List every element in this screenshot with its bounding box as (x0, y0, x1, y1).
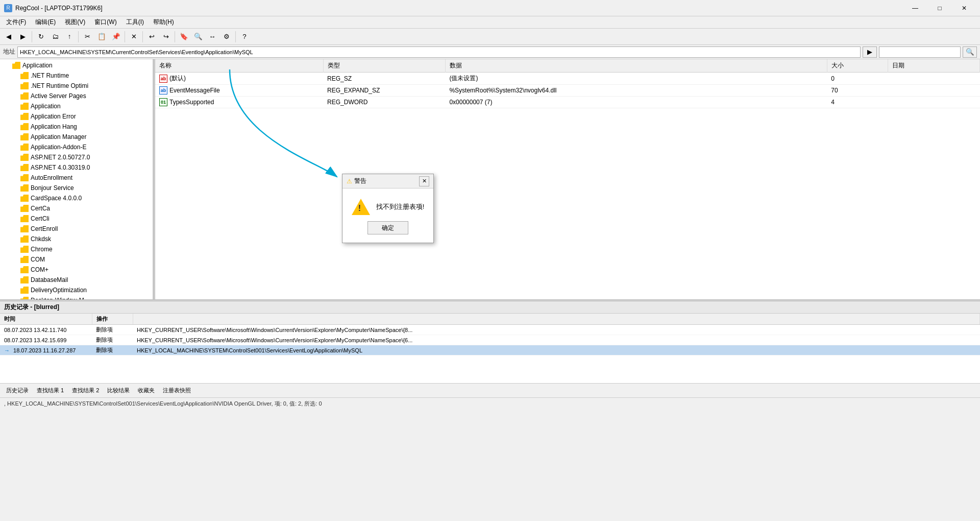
tree-item-6[interactable]: Application Manager (0, 132, 153, 142)
address-go-button[interactable]: ▶ (863, 46, 877, 58)
tab-favorites[interactable]: 收藏夹 (136, 386, 157, 395)
tree-item-11[interactable]: Bonjour Service (0, 183, 153, 193)
folder-icon (20, 82, 29, 89)
reg-type-0: REG_SZ (323, 73, 445, 85)
tree-label-13: CertCa (31, 205, 50, 212)
reg-data-2: 0x00000007 (7) (445, 97, 827, 108)
tree-item-17[interactable]: Chrome (0, 244, 153, 254)
tree-label-15: CertEnroll (31, 225, 58, 232)
history-row-1[interactable]: 08.07.2023 13.42.15.699 删除项 HKEY_CURRENT… (0, 335, 980, 345)
tree-item-15[interactable]: CertEnroll (0, 224, 153, 234)
menu-window[interactable]: 窗口(W) (90, 17, 120, 28)
new-key-button[interactable]: 🗂 (48, 30, 62, 43)
content-panel: 名称 类型 数据 大小 日期 ab (155, 59, 980, 299)
menu-edit[interactable]: 编辑(E) (31, 17, 60, 28)
col-data[interactable]: 数据 (445, 59, 827, 73)
tree-item-2[interactable]: Active Server Pages (0, 91, 153, 101)
undo-button[interactable]: ↩ (145, 30, 158, 43)
back-button[interactable]: ◀ (2, 30, 15, 43)
refresh-button[interactable]: ↻ (34, 30, 47, 43)
history-time-1: 08.07.2023 13.42.15.699 (0, 335, 92, 345)
tree-item-7[interactable]: Application-Addon-E (0, 142, 153, 152)
folder-icon (20, 287, 29, 294)
tree-item-8[interactable]: ASP.NET 2.0.50727.0 (0, 152, 153, 162)
copy-button[interactable]: 📋 (95, 30, 108, 43)
table-row[interactable]: 01 TypesSupported REG_DWORD 0x00000007 (… (155, 97, 980, 108)
tree-item-4[interactable]: Application Error (0, 111, 153, 122)
tree-label-7: Application-Addon-E (31, 144, 86, 151)
tree-item-0[interactable]: .NET Runtime (0, 70, 153, 81)
tree-item-13[interactable]: CertCa (0, 203, 153, 214)
tree-item-20[interactable]: DatabaseMail (0, 275, 153, 285)
tree-item-10[interactable]: AutoEnrollment (0, 173, 153, 183)
app-title: RegCool - [LAPTOP-3T1799K6] (15, 5, 103, 12)
warning-triangle (352, 199, 370, 215)
paste-button[interactable]: 📌 (109, 30, 122, 43)
folder-icon (20, 276, 29, 283)
cut-button[interactable]: ✂ (81, 30, 94, 43)
main-area: Application .NET Runtime .NET Runtime Op… (0, 59, 980, 299)
tab-find1[interactable]: 查找结果 1 (35, 386, 66, 395)
minimize-button[interactable]: — (903, 0, 927, 16)
tree-item-19[interactable]: COM+ (0, 265, 153, 275)
address-input[interactable] (17, 46, 861, 58)
history-row-0[interactable]: 08.07.2023 13.42.11.740 删除项 HKEY_CURRENT… (0, 325, 980, 335)
dialog-title-bar: ⚠ 警告 ✕ (342, 174, 433, 188)
tab-find2[interactable]: 查找结果 2 (70, 386, 101, 395)
maximize-button[interactable]: □ (928, 0, 951, 16)
help-button[interactable]: ? (238, 30, 251, 43)
tree-item-1[interactable]: .NET Runtime Optimi (0, 81, 153, 91)
col-date[interactable]: 日期 (888, 59, 980, 73)
history-col-action: 操作 (92, 314, 133, 325)
folder-icon (20, 225, 29, 232)
table-row[interactable]: ab (默认) REG_SZ (值未设置) 0 (155, 73, 980, 85)
dialog-close-button[interactable]: ✕ (419, 176, 429, 186)
table-row[interactable]: ab EventMessageFile REG_EXPAND_SZ %Syste… (155, 85, 980, 97)
history-path-2: HKEY_LOCAL_MACHINE\SYSTEM\ControlSet001\… (133, 345, 980, 356)
tree-label-1: .NET Runtime Optimi (31, 82, 88, 89)
tree-item-16[interactable]: Chkdsk (0, 234, 153, 244)
tree-label-22: Desktop-Window-M... (31, 297, 89, 299)
up-button[interactable]: ↑ (63, 30, 76, 43)
col-type[interactable]: 类型 (323, 59, 445, 73)
tree-item-application-root[interactable]: Application (0, 60, 153, 70)
tree-item-12[interactable]: CardSpace 4.0.0.0 (0, 193, 153, 203)
settings-button[interactable]: ⚙ (220, 30, 233, 43)
tree-item-9[interactable]: ASP.NET 4.0.30319.0 (0, 162, 153, 173)
menu-tools[interactable]: 工具(I) (122, 17, 148, 28)
tree-item-3[interactable]: Application (0, 101, 153, 111)
tab-snapshot[interactable]: 注册表快照 (161, 386, 193, 395)
tree-item-14[interactable]: CertCli (0, 214, 153, 224)
folder-icon (20, 195, 29, 202)
reg-size-2: 4 (827, 97, 888, 108)
menu-file[interactable]: 文件(F) (2, 17, 30, 28)
find-button[interactable]: 🔍 (191, 30, 205, 43)
close-button[interactable]: ✕ (952, 0, 976, 16)
dialog-ok-button[interactable]: 确定 (368, 221, 408, 234)
history-header: 历史记录 - [blurred] (0, 301, 980, 314)
history-row-2[interactable]: → 18.07.2023 11.16.27.287 删除项 HKEY_LOCAL… (0, 345, 980, 356)
tree-item-5[interactable]: Application Hang (0, 122, 153, 132)
dialog-message: 找不到注册表项! (376, 202, 425, 211)
forward-button[interactable]: ▶ (16, 30, 30, 43)
tree-item-21[interactable]: DeliveryOptimization (0, 285, 153, 295)
tree-label-10: AutoEnrollment (31, 174, 72, 181)
col-name[interactable]: 名称 (155, 59, 323, 73)
menu-view[interactable]: 视图(V) (61, 17, 89, 28)
menu-help[interactable]: 帮助(H) (149, 17, 178, 28)
bookmark-button[interactable]: 🔖 (177, 30, 190, 43)
col-size[interactable]: 大小 (827, 59, 888, 73)
folder-icon (20, 164, 29, 171)
search-button[interactable]: 🔍 (963, 46, 977, 58)
folder-icon (20, 215, 29, 222)
delete-button[interactable]: ✕ (127, 30, 140, 43)
search-input[interactable] (879, 46, 961, 58)
redo-button[interactable]: ↪ (159, 30, 173, 43)
reg-size-0: 0 (827, 73, 888, 85)
tree-item-18[interactable]: COM (0, 254, 153, 265)
tree-item-22[interactable]: Desktop-Window-M... (0, 295, 153, 299)
tab-compare[interactable]: 比较结果 (105, 386, 132, 395)
tab-history[interactable]: 历史记录 (4, 386, 31, 395)
compare-button[interactable]: ↔ (206, 30, 219, 43)
folder-icon (20, 266, 29, 273)
